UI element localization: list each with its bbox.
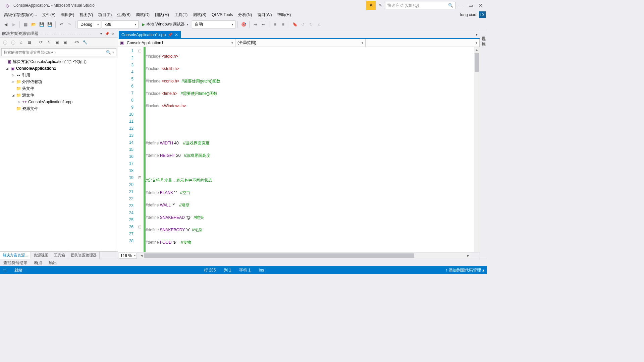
tab-team-explorer[interactable]: 团队资源管理器	[68, 252, 100, 259]
tab-find-symbol[interactable]: 查找符号结果	[0, 259, 31, 266]
project-node[interactable]: ConsoleApplication1	[15, 66, 56, 71]
code-icon[interactable]: <>	[73, 39, 80, 46]
feedback-icon[interactable]: ✎	[376, 1, 385, 10]
expand-icon[interactable]: ▷	[11, 80, 15, 83]
comment-icon[interactable]: ≡	[271, 21, 279, 28]
menu-item[interactable]: 窗口(W)	[255, 11, 274, 19]
user-name[interactable]: long xiao	[460, 12, 478, 17]
toolbar-icon[interactable]: ▣	[53, 39, 61, 46]
member-combo[interactable]	[366, 39, 480, 47]
user-badge[interactable]: LX	[479, 11, 486, 18]
resources-node[interactable]: 资源文件	[21, 106, 38, 112]
status-source-control[interactable]: ↑添加到源代码管理▴	[445, 267, 484, 273]
scope-combo[interactable]: 自动	[192, 20, 235, 28]
solution-tree[interactable]: ▣解决方案"ConsoleApplication1"(1 个项目) ◢▣Cons…	[0, 58, 118, 251]
expand-icon[interactable]: ▷	[17, 100, 21, 104]
tab-breakpoints[interactable]: 断点	[31, 259, 46, 266]
menu-item[interactable]: 高级保存选项(V)...	[1, 11, 40, 19]
window-title: ConsoleApplication1 - Microsoft Visual S…	[13, 3, 95, 8]
indent-icon[interactable]: ⇥	[252, 21, 259, 28]
menu-item[interactable]: 视图(V)	[77, 11, 96, 19]
split-icon[interactable]	[473, 253, 478, 258]
code-editor[interactable]: #include <stdio.h> #include <stdlib.h> #…	[146, 47, 474, 252]
project-scope-combo[interactable]: ▣ConsoleApplication1	[118, 39, 235, 47]
properties-icon[interactable]: 🔧	[81, 39, 89, 46]
dropdown-icon[interactable]: ▾	[112, 51, 114, 54]
start-debug-button[interactable]: ▶本地 Windows 调试器▾	[139, 21, 191, 27]
menu-item[interactable]: Qt VS Tools	[209, 11, 235, 18]
menu-item[interactable]: 编辑(E)	[58, 11, 77, 19]
menu-item[interactable]: 帮助(H)	[274, 11, 293, 19]
open-file-icon[interactable]: 📂	[30, 21, 37, 28]
save-icon[interactable]: 💾	[38, 21, 45, 28]
close-button[interactable]: ✕	[476, 0, 486, 10]
menu-item[interactable]: 测试(S)	[190, 11, 209, 19]
sources-node[interactable]: 源文件	[21, 93, 34, 98]
document-tab[interactable]: ConsoleApplication1.cpp 📌 ✕	[119, 31, 181, 39]
tab-output[interactable]: 输出	[46, 259, 60, 266]
solution-search-input[interactable]	[4, 50, 106, 54]
vertical-scrollbar[interactable]: ▲	[474, 47, 480, 252]
panel-dropdown-icon[interactable]: ▾	[98, 31, 104, 37]
nav-fwd-icon[interactable]: ▶	[10, 21, 17, 28]
nav-back-icon[interactable]: ◀	[2, 21, 9, 28]
scrollbar-thumb[interactable]	[475, 53, 479, 72]
menu-item[interactable]: 文件(F)	[40, 11, 58, 19]
undo-icon[interactable]: ↶	[58, 21, 65, 28]
expand-icon[interactable]: ◢	[11, 94, 15, 97]
toolbar-icon[interactable]: ↺	[299, 21, 307, 28]
external-deps-node[interactable]: 外部依赖项	[21, 79, 42, 85]
menu-item[interactable]: 项目(P)	[96, 11, 114, 19]
bookmark-icon[interactable]: 🔖	[291, 21, 299, 28]
home-icon[interactable]: ⌂	[17, 39, 25, 46]
outdent-icon[interactable]: ⇤	[260, 21, 267, 28]
panel-close-icon[interactable]: ✕	[110, 31, 116, 37]
status-insert-mode: Ins	[259, 268, 264, 273]
notification-icon[interactable]: ▼	[366, 1, 376, 10]
toolbar-icon[interactable]: ⎌	[315, 21, 323, 28]
panel-pin-icon[interactable]: 📌	[104, 31, 110, 37]
close-tab-icon[interactable]: ✕	[175, 33, 178, 37]
references-node[interactable]: 引用	[21, 72, 30, 78]
fwd-icon[interactable]: ◯	[9, 39, 17, 46]
source-file-node[interactable]: ConsoleApplication1.cpp	[28, 100, 72, 104]
menu-item[interactable]: 团队(M)	[152, 11, 172, 19]
toolbar-icon[interactable]: ↻	[307, 21, 315, 28]
toolbar-icon[interactable]: ▦	[25, 39, 33, 46]
solution-node[interactable]: 解决方案"ConsoleApplication1"(1 个项目)	[12, 59, 87, 65]
toolbar-icon[interactable]: 🎯	[240, 21, 247, 28]
back-icon[interactable]: ◯	[1, 39, 9, 46]
cpp-file-icon: ++	[21, 100, 28, 104]
toolbar-icon[interactable]: ▣	[61, 39, 69, 46]
menu-item[interactable]: 分析(N)	[235, 11, 255, 19]
expand-icon[interactable]: ◢	[5, 67, 9, 70]
config-combo[interactable]: Debug	[77, 20, 101, 28]
save-all-icon[interactable]: 💾	[46, 21, 53, 28]
menu-item[interactable]: 生成(B)	[114, 11, 133, 19]
collapsed-panel-tab[interactable]: 属性	[481, 32, 486, 35]
horizontal-scrollbar[interactable]: ◀▶	[139, 253, 471, 258]
menu-item[interactable]: 调试(D)	[133, 11, 152, 19]
tab-toolbox[interactable]: 工具箱	[51, 252, 68, 259]
minimize-button[interactable]: —	[455, 0, 466, 10]
collapsed-panel-tab[interactable]: 属性	[481, 38, 486, 40]
uncomment-icon[interactable]: ≡	[279, 21, 287, 28]
quick-launch-input[interactable]: 快速启动 (Ctrl+Q) 🔍	[385, 2, 455, 9]
fold-gutter[interactable]: ⊟⊟⊟	[138, 47, 142, 252]
platform-combo[interactable]: x86	[102, 20, 139, 28]
redo-icon[interactable]: ↷	[66, 21, 73, 28]
refresh-icon[interactable]: ⟳	[37, 39, 45, 46]
global-scope-combo[interactable]: (全局范围)	[235, 39, 366, 47]
sync-icon[interactable]: ↻	[45, 39, 53, 46]
tab-solution-explorer[interactable]: 解决方案资源...	[0, 252, 31, 259]
zoom-combo[interactable]: 116 %	[119, 253, 137, 259]
tab-overflow-icon[interactable]: ▾	[474, 31, 480, 39]
new-project-icon[interactable]: ▦	[22, 21, 29, 28]
headers-node[interactable]: 头文件	[21, 86, 34, 92]
folder-icon: 📁	[15, 79, 21, 84]
tab-resource-view[interactable]: 资源视图	[31, 252, 51, 259]
restore-button[interactable]: ▭	[466, 0, 476, 10]
pin-icon[interactable]: 📌	[168, 33, 173, 37]
menu-item[interactable]: 工具(T)	[172, 11, 190, 19]
expand-icon[interactable]: ▷	[11, 73, 15, 77]
